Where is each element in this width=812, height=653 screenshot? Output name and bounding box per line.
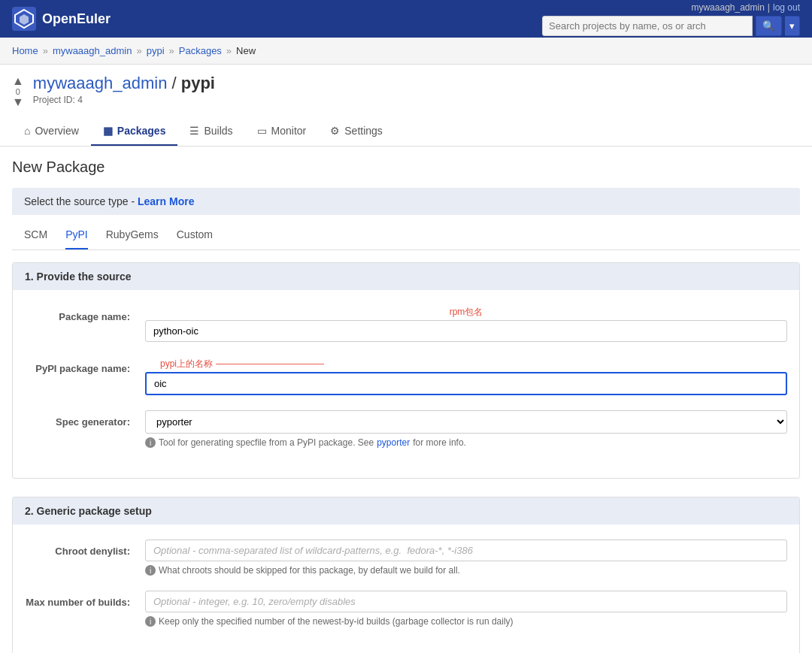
spec-generator-help: i Tool for generating specfile from a Py… <box>145 437 787 448</box>
source-tab-custom[interactable]: Custom <box>177 224 213 249</box>
package-name-input-col: rpm包名 <box>145 305 787 342</box>
max-builds-row: Max number of builds: i Keep only the sp… <box>25 591 787 627</box>
search-dropdown-button[interactable]: ▾ <box>785 16 800 36</box>
breadcrumb-user[interactable]: mywaaagh_admin <box>53 45 132 56</box>
package-name-row: Package name: rpm包名 <box>25 305 787 342</box>
max-builds-help: i Keep only the specified number of the … <box>145 616 787 627</box>
project-title: mywaaagh_admin / pypi <box>33 74 215 93</box>
arrow-up-button[interactable]: ▲ <box>12 75 24 87</box>
provide-source-section: 1. Provide the source Package name: rpm包… <box>12 262 800 479</box>
help-icon: i <box>145 437 156 448</box>
breadcrumb-sep-1: » <box>43 45 48 56</box>
section1-header: 1. Provide the source <box>13 263 799 290</box>
tab-monitor[interactable]: ▭ Monitor <box>245 117 319 146</box>
spec-generator-input-col: pyporter i Tool for generating specfile … <box>145 410 787 448</box>
tab-builds-label: Builds <box>204 125 232 137</box>
chroot-denylist-input-col: i What chroots should be skipped for thi… <box>145 540 787 576</box>
tab-settings-label: Settings <box>344 125 383 137</box>
chroot-denylist-help-text: What chroots should be skipped for this … <box>159 565 460 576</box>
chevron-down-icon: ▾ <box>789 20 795 32</box>
spec-generator-label: Spec generator: <box>25 410 145 428</box>
builds-icon: ☰ <box>189 125 199 137</box>
max-builds-input[interactable] <box>145 591 787 612</box>
package-name-input[interactable] <box>145 320 787 342</box>
section2-header: 2. Generic package setup <box>13 497 799 525</box>
tab-overview[interactable]: ⌂ Overview <box>12 117 91 146</box>
max-builds-input-col: i Keep only the specified number of the … <box>145 591 787 627</box>
spec-generator-help-suffix: for more info. <box>413 437 466 448</box>
spec-generator-select[interactable]: pyporter <box>145 410 787 434</box>
source-tab-pypi[interactable]: PyPI <box>65 224 88 249</box>
spec-generator-help-text: Tool for generating specfile from a PyPI… <box>159 437 374 448</box>
breadcrumb-home[interactable]: Home <box>12 45 38 56</box>
project-name: pypi <box>181 74 215 92</box>
package-name-label: Package name: <box>25 305 145 322</box>
logo: OpenEuler <box>12 7 111 31</box>
search-input[interactable] <box>542 16 753 36</box>
user-row: mywaaagh_admin | log out <box>691 2 800 13</box>
breadcrumb-project[interactable]: pypi <box>147 45 165 56</box>
pypi-package-name-label: PyPI package name: <box>25 357 145 374</box>
section2-body: Chroot denylist: i What chroots should b… <box>13 525 799 653</box>
header-right: mywaaagh_admin | log out 🔍 ▾ <box>542 2 800 36</box>
tab-packages[interactable]: ▦ Packages <box>91 117 178 146</box>
project-header: ▲ 0 ▼ mywaaagh_admin / pypi Project ID: … <box>0 65 812 111</box>
section1-body: Package name: rpm包名 PyPI package name: p… <box>13 290 799 478</box>
source-type-section: Select the source type - Learn More SCM … <box>12 188 800 250</box>
max-builds-label: Max number of builds: <box>25 591 145 608</box>
search-button[interactable]: 🔍 <box>756 16 782 36</box>
search-icon: 🔍 <box>762 20 775 32</box>
pypi-package-name-input-col: pypi上的名称 ———————————— <box>145 357 787 395</box>
package-name-annotation: rpm包名 <box>450 307 483 317</box>
brand-name: OpenEuler <box>42 11 111 27</box>
breadcrumb-sep-3: » <box>169 45 174 56</box>
project-nav: ▲ 0 ▼ <box>12 75 24 108</box>
settings-icon: ⚙ <box>330 125 340 137</box>
pypi-package-name-annotation: pypi上的名称 <box>160 358 213 369</box>
logout-link[interactable]: log out <box>773 2 800 13</box>
breadcrumb-sep-2: » <box>136 45 141 56</box>
search-row: 🔍 ▾ <box>542 16 800 36</box>
max-builds-help-text: Keep only the specified number of the ne… <box>159 616 514 627</box>
header: OpenEuler mywaaagh_admin | log out 🔍 ▾ <box>0 0 812 38</box>
chroot-help-icon: i <box>145 565 156 576</box>
packages-icon: ▦ <box>103 125 113 137</box>
username: mywaaagh_admin <box>691 2 764 13</box>
pypi-package-name-row: PyPI package name: pypi上的名称 ———————————— <box>25 357 787 395</box>
project-owner-link[interactable]: mywaaagh_admin <box>33 74 168 92</box>
chroot-denylist-help: i What chroots should be skipped for thi… <box>145 565 787 576</box>
source-type-label: Select the source type - <box>24 195 135 207</box>
content: New Package Select the source type - Lea… <box>0 147 812 653</box>
chroot-denylist-input[interactable] <box>145 540 787 561</box>
tab-overview-label: Overview <box>35 125 78 137</box>
source-tab-rubygems[interactable]: RubyGems <box>106 224 159 249</box>
source-tab-scm[interactable]: SCM <box>24 224 47 249</box>
nav-tabs: ⌂ Overview ▦ Packages ☰ Builds ▭ Monitor… <box>0 117 812 147</box>
project-id: Project ID: 4 <box>33 95 215 105</box>
tab-monitor-label: Monitor <box>271 125 307 137</box>
generic-setup-section: 2. Generic package setup Chroot denylist… <box>12 497 800 653</box>
pypi-package-name-input[interactable] <box>145 372 787 395</box>
arrow-down-button[interactable]: ▼ <box>12 96 24 108</box>
title-separator: / <box>172 74 181 92</box>
spec-generator-row: Spec generator: pyporter i Tool for gene… <box>25 410 787 448</box>
tab-builds[interactable]: ☰ Builds <box>177 117 244 146</box>
home-icon: ⌂ <box>24 125 30 137</box>
page-title: New Package <box>12 159 800 176</box>
breadcrumb: Home » mywaaagh_admin » pypi » Packages … <box>0 38 812 65</box>
chroot-denylist-label: Chroot denylist: <box>25 540 145 557</box>
source-type-tabs: SCM PyPI RubyGems Custom <box>12 215 800 250</box>
tab-settings[interactable]: ⚙ Settings <box>318 117 395 146</box>
breadcrumb-packages[interactable]: Packages <box>179 45 222 56</box>
chroot-denylist-row: Chroot denylist: i What chroots should b… <box>25 540 787 576</box>
learn-more-link[interactable]: Learn More <box>138 195 194 207</box>
project-title-block: mywaaagh_admin / pypi Project ID: 4 <box>33 74 215 105</box>
tab-packages-label: Packages <box>117 125 166 137</box>
openeuler-logo-icon <box>12 7 36 31</box>
monitor-icon: ▭ <box>257 125 267 137</box>
source-type-bar: Select the source type - Learn More <box>12 188 800 215</box>
breadcrumb-new: New <box>236 45 256 56</box>
pyporter-link[interactable]: pyporter <box>377 437 410 448</box>
max-builds-help-icon: i <box>145 616 156 627</box>
breadcrumb-sep-4: » <box>226 45 232 56</box>
